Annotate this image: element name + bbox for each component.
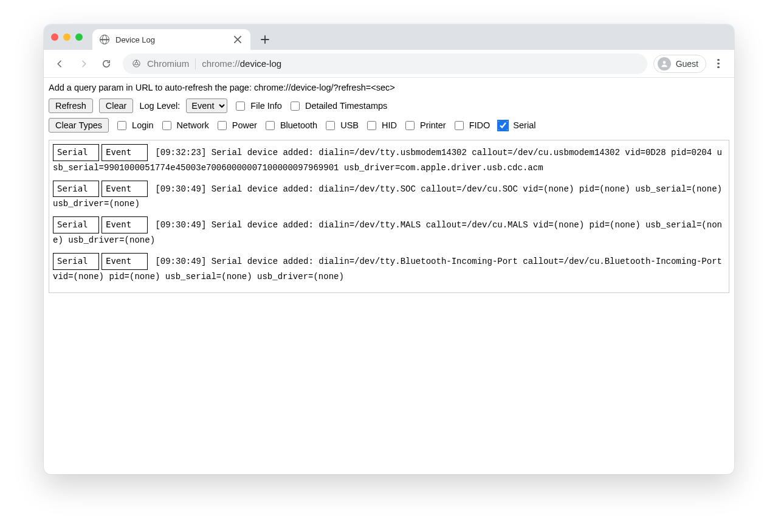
type-checkbox-usb[interactable]: USB bbox=[323, 119, 359, 132]
minimize-window-button[interactable] bbox=[63, 33, 71, 41]
svg-point-2 bbox=[663, 61, 666, 64]
log-text: [09:30:49] Serial device added: dialin=/… bbox=[53, 184, 722, 209]
type-input-hid[interactable] bbox=[367, 121, 376, 130]
type-label-serial: Serial bbox=[513, 120, 535, 130]
log-text: [09:32:23] Serial device added: dialin=/… bbox=[53, 148, 722, 173]
kebab-menu-button[interactable] bbox=[709, 59, 728, 69]
type-checkbox-hid[interactable]: HID bbox=[365, 119, 397, 132]
log-tag-level: Event bbox=[102, 253, 148, 270]
auto-refresh-hint: Add a query param in URL to auto-refresh… bbox=[46, 81, 732, 97]
type-label-power: Power bbox=[232, 120, 257, 130]
controls-row-1: Refresh Clear Log Level: Event File Info… bbox=[46, 97, 732, 117]
browser-window: Device Log bbox=[44, 24, 734, 474]
clear-button[interactable]: Clear bbox=[99, 98, 134, 113]
type-checkbox-network[interactable]: Network bbox=[160, 119, 209, 132]
type-label-network: Network bbox=[177, 120, 209, 130]
log-container: SerialEvent [09:32:23] Serial device add… bbox=[49, 140, 729, 293]
file-info-input[interactable] bbox=[236, 102, 245, 111]
type-checkbox-fido[interactable]: FIDO bbox=[452, 119, 491, 132]
log-tag-source: Serial bbox=[53, 216, 99, 233]
type-input-bluetooth[interactable] bbox=[266, 121, 275, 130]
profile-button[interactable]: Guest bbox=[653, 55, 706, 73]
type-input-serial[interactable] bbox=[498, 121, 508, 130]
profile-label: Guest bbox=[676, 59, 698, 69]
log-tag-level: Event bbox=[102, 216, 148, 233]
type-checkbox-serial[interactable]: Serial bbox=[496, 119, 535, 132]
log-text: [09:30:49] Serial device added: dialin=/… bbox=[53, 257, 722, 282]
page-content: Add a query param in URL to auto-refresh… bbox=[44, 78, 734, 474]
type-checkbox-power[interactable]: Power bbox=[215, 119, 257, 132]
log-tag-source: Serial bbox=[53, 181, 99, 198]
type-label-printer: Printer bbox=[420, 120, 446, 130]
svg-point-1 bbox=[135, 62, 137, 64]
clear-types-button[interactable]: Clear Types bbox=[49, 118, 109, 133]
type-label-login: Login bbox=[132, 120, 153, 130]
type-input-printer[interactable] bbox=[405, 121, 415, 130]
log-entry: SerialEvent [09:30:49] Serial device add… bbox=[53, 179, 725, 216]
omnibox-host: device-log bbox=[240, 58, 281, 69]
detailed-timestamps-input[interactable] bbox=[291, 102, 300, 111]
omnibox-scheme: chrome:// bbox=[202, 58, 240, 69]
log-entry: SerialEvent [09:30:49] Serial device add… bbox=[53, 215, 725, 252]
type-label-fido: FIDO bbox=[469, 120, 491, 130]
tab-strip: Device Log bbox=[44, 24, 734, 50]
log-tag-level: Event bbox=[102, 181, 148, 198]
controls-row-2: Clear Types LoginNetworkPowerBluetoothUS… bbox=[46, 117, 732, 136]
omnibox-product: Chromium bbox=[147, 58, 189, 69]
type-input-network[interactable] bbox=[162, 121, 171, 130]
log-tag-level: Event bbox=[102, 144, 148, 161]
avatar-icon bbox=[658, 57, 671, 71]
log-tag-source: Serial bbox=[53, 144, 99, 161]
reload-button[interactable] bbox=[96, 54, 117, 74]
close-window-button[interactable] bbox=[51, 33, 58, 41]
log-level-select[interactable]: Event bbox=[186, 98, 227, 113]
back-button[interactable] bbox=[50, 54, 71, 74]
type-input-login[interactable] bbox=[117, 121, 126, 130]
type-input-power[interactable] bbox=[218, 121, 227, 130]
type-label-bluetooth: Bluetooth bbox=[280, 120, 317, 130]
type-label-hid: HID bbox=[382, 120, 397, 130]
file-info-label: File Info bbox=[250, 101, 282, 111]
detailed-timestamps-label: Detailed Timestamps bbox=[305, 101, 387, 111]
new-tab-button[interactable] bbox=[256, 31, 274, 48]
globe-icon bbox=[100, 35, 109, 44]
log-entry: SerialEvent [09:32:23] Serial device add… bbox=[53, 143, 725, 179]
tab-title: Device Log bbox=[115, 35, 155, 44]
type-label-usb: USB bbox=[340, 120, 359, 130]
log-text: [09:30:49] Serial device added: dialin=/… bbox=[53, 220, 722, 245]
forward-button[interactable] bbox=[73, 54, 94, 74]
type-checkbox-bluetooth[interactable]: Bluetooth bbox=[263, 119, 317, 132]
close-tab-button[interactable] bbox=[232, 34, 243, 45]
detailed-timestamps-checkbox[interactable]: Detailed Timestamps bbox=[288, 100, 387, 112]
log-tag-source: Serial bbox=[53, 253, 99, 270]
type-input-usb[interactable] bbox=[326, 121, 335, 130]
address-bar[interactable]: Chromium chrome://device-log bbox=[123, 54, 647, 74]
browser-tab[interactable]: Device Log bbox=[92, 29, 250, 50]
type-input-fido[interactable] bbox=[455, 121, 464, 130]
chromium-icon bbox=[131, 59, 141, 69]
browser-toolbar: Chromium chrome://device-log Guest bbox=[44, 50, 734, 78]
refresh-button[interactable]: Refresh bbox=[49, 98, 93, 113]
log-level-label: Log Level: bbox=[139, 101, 180, 111]
log-entry: SerialEvent [09:30:49] Serial device add… bbox=[53, 252, 725, 288]
zoom-window-button[interactable] bbox=[75, 33, 83, 41]
type-checkbox-login[interactable]: Login bbox=[115, 119, 153, 132]
omnibox-separator bbox=[195, 58, 196, 69]
file-info-checkbox[interactable]: File Info bbox=[233, 100, 282, 112]
window-controls bbox=[51, 24, 92, 50]
type-checkbox-printer[interactable]: Printer bbox=[403, 119, 446, 132]
